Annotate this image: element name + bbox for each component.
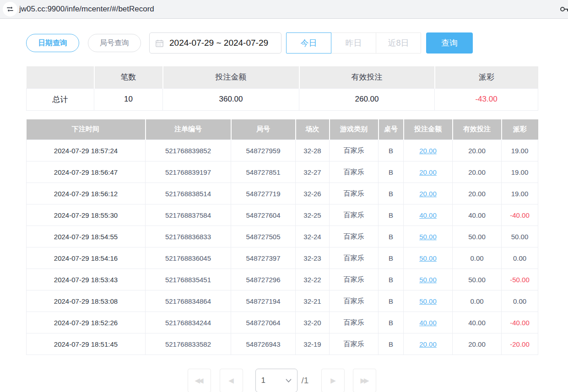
chevron-down-icon bbox=[286, 379, 292, 383]
col-round-id: 局号 bbox=[231, 119, 296, 140]
bet-time-cell: 2024-07-29 18:57:24 bbox=[27, 140, 146, 161]
bet-amount-link[interactable]: 50.00 bbox=[419, 254, 437, 262]
session-cell: 32-21 bbox=[296, 290, 330, 312]
bet-amount-cell: 20.00 bbox=[404, 333, 453, 355]
round-id-cell: 548727064 bbox=[231, 312, 296, 333]
date-query-tab[interactable]: 日期查询 bbox=[26, 34, 79, 52]
valid-bet-cell: 20.00 bbox=[453, 140, 502, 161]
next-page-button[interactable]: ▶ bbox=[321, 369, 345, 392]
game-type-cell: 百家乐 bbox=[330, 226, 379, 247]
bet-time-cell: 2024-07-29 18:56:47 bbox=[27, 161, 146, 183]
filter-toolbar: 日期查询 局号查询 2024-07-29 ~ 2024-07-29 今日 昨日 … bbox=[26, 32, 538, 54]
bet-amount-link[interactable]: 20.00 bbox=[419, 340, 437, 348]
bet-time-cell: 2024-07-29 18:53:08 bbox=[27, 290, 146, 312]
payout-cell: 19.00 bbox=[502, 183, 538, 204]
valid-bet-cell: 40.00 bbox=[453, 204, 502, 226]
bet-time-cell: 2024-07-29 18:52:26 bbox=[27, 312, 146, 333]
left-arrow-icon: ◀ bbox=[228, 376, 234, 385]
session-cell: 32-25 bbox=[296, 204, 330, 226]
bet-amount-link[interactable]: 20.00 bbox=[419, 190, 437, 198]
bet-amount-link[interactable]: 20.00 bbox=[419, 168, 437, 176]
table-code-cell: B bbox=[379, 269, 404, 290]
summary-header-bet-amount: 投注金额 bbox=[163, 66, 299, 88]
table-code-cell: B bbox=[379, 183, 404, 204]
bet-amount-cell: 40.00 bbox=[404, 312, 453, 333]
round-query-tab[interactable]: 局号查询 bbox=[88, 34, 141, 52]
last-page-button[interactable]: ▶▶ bbox=[353, 369, 376, 392]
bet-amount-cell: 50.00 bbox=[404, 247, 453, 269]
summary-payout-value: -43.00 bbox=[435, 88, 538, 110]
payout-cell: -50.00 bbox=[502, 269, 538, 290]
session-cell: 32-22 bbox=[296, 269, 330, 290]
bet-amount-cell: 50.00 bbox=[404, 226, 453, 247]
bet-amount-cell: 20.00 bbox=[404, 140, 453, 161]
bet-amount-link[interactable]: 20.00 bbox=[419, 147, 437, 155]
bet-amount-link[interactable]: 50.00 bbox=[419, 276, 437, 284]
col-payout: 派彩 bbox=[502, 119, 538, 140]
round-id-cell: 548727194 bbox=[231, 290, 296, 312]
summary-header-row: 笔数 投注金额 有效投注 派彩 bbox=[27, 66, 538, 88]
bet-id-cell: 521768839197 bbox=[146, 161, 231, 183]
summary-bet-amount-value: 360.00 bbox=[163, 88, 299, 110]
game-type-cell: 百家乐 bbox=[330, 312, 379, 333]
bet-id-cell: 521768836045 bbox=[146, 247, 231, 269]
valid-bet-cell: 0.00 bbox=[453, 247, 502, 269]
session-cell: 32-26 bbox=[296, 183, 330, 204]
bet-id-cell: 521768837584 bbox=[146, 204, 231, 226]
bet-time-cell: 2024-07-29 18:55:30 bbox=[27, 204, 146, 226]
bet-amount-link[interactable]: 40.00 bbox=[419, 211, 437, 219]
payout-cell: 50.00 bbox=[502, 226, 538, 247]
bet-amount-link[interactable]: 40.00 bbox=[419, 319, 437, 327]
table-row: 2024-07-29 18:53:43521768835451548727296… bbox=[27, 269, 538, 290]
table-row: 2024-07-29 18:54:55521768836833548727505… bbox=[27, 226, 538, 247]
url-text[interactable]: jw05.cc:9900/infe/mcenter/#/betRecord bbox=[19, 5, 154, 14]
round-id-cell: 548727505 bbox=[231, 226, 296, 247]
col-bet-id: 注单编号 bbox=[146, 119, 231, 140]
page-select[interactable]: 1 bbox=[255, 369, 298, 392]
prev-page-button[interactable]: ◀ bbox=[220, 369, 243, 392]
valid-bet-cell: 50.00 bbox=[453, 226, 502, 247]
bet-amount-link[interactable]: 50.00 bbox=[419, 233, 437, 241]
round-id-cell: 548727851 bbox=[231, 161, 296, 183]
bet-amount-link[interactable]: 50.00 bbox=[419, 297, 437, 305]
valid-bet-cell: 20.00 bbox=[453, 161, 502, 183]
summary-table: 笔数 投注金额 有效投注 派彩 总计 10 360.00 260.00 -43.… bbox=[26, 66, 538, 111]
bet-time-cell: 2024-07-29 18:54:55 bbox=[27, 226, 146, 247]
bet-amount-cell: 20.00 bbox=[404, 183, 453, 204]
payout-cell: 0.00 bbox=[502, 290, 538, 312]
double-right-arrow-icon: ▶▶ bbox=[360, 376, 369, 385]
valid-bet-cell: 40.00 bbox=[453, 312, 502, 333]
bet-amount-cell: 40.00 bbox=[404, 204, 453, 226]
game-type-cell: 百家乐 bbox=[330, 247, 379, 269]
right-arrow-icon: ▶ bbox=[330, 376, 336, 385]
game-type-cell: 百家乐 bbox=[330, 161, 379, 183]
search-button[interactable]: 查询 bbox=[426, 32, 473, 54]
date-range-input[interactable]: 2024-07-29 ~ 2024-07-29 bbox=[149, 32, 281, 54]
bet-amount-cell: 20.00 bbox=[404, 161, 453, 183]
summary-header-valid-bet: 有效投注 bbox=[299, 66, 435, 88]
quick-range-today[interactable]: 今日 bbox=[286, 32, 331, 54]
bet-time-cell: 2024-07-29 18:56:12 bbox=[27, 183, 146, 204]
table-row: 2024-07-29 18:53:08521768834864548727194… bbox=[27, 290, 538, 312]
bet-table-body: 2024-07-29 18:57:24521768839852548727959… bbox=[27, 140, 538, 355]
quick-range-yesterday[interactable]: 昨日 bbox=[331, 32, 376, 54]
game-type-cell: 百家乐 bbox=[330, 290, 379, 312]
summary-valid-bet-value: 260.00 bbox=[299, 88, 435, 110]
game-type-cell: 百家乐 bbox=[330, 183, 379, 204]
valid-bet-cell: 0.00 bbox=[453, 290, 502, 312]
site-controls-icon[interactable] bbox=[3, 2, 17, 16]
table-row: 2024-07-29 18:51:45521768833582548726943… bbox=[27, 333, 538, 355]
date-range-value: 2024-07-29 ~ 2024-07-29 bbox=[169, 38, 268, 48]
first-page-button[interactable]: ◀◀ bbox=[188, 369, 211, 392]
payout-cell: 0.00 bbox=[502, 247, 538, 269]
table-code-cell: B bbox=[379, 312, 404, 333]
key-icon[interactable] bbox=[559, 4, 568, 14]
game-type-cell: 百家乐 bbox=[330, 204, 379, 226]
round-id-cell: 548727397 bbox=[231, 247, 296, 269]
quick-range-last8days[interactable]: 近8日 bbox=[376, 32, 421, 54]
col-bet-time: 下注时间 bbox=[27, 119, 146, 140]
round-id-cell: 548726943 bbox=[231, 333, 296, 355]
summary-header-blank bbox=[27, 66, 94, 88]
quick-range-group: 今日 昨日 近8日 bbox=[286, 32, 421, 54]
table-code-cell: B bbox=[379, 333, 404, 355]
